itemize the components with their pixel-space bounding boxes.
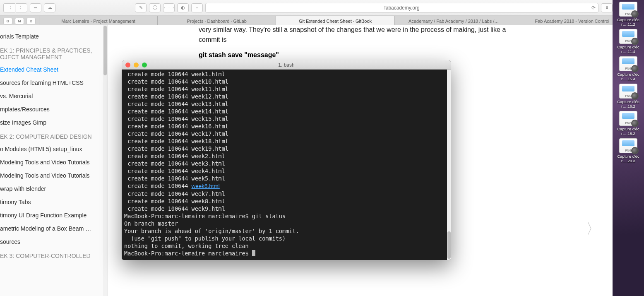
url-bar[interactable]: fabacademy.org ⟳ <box>205 3 598 13</box>
desktop-file[interactable]: PNGCapture d'écr….20.3 <box>614 138 642 163</box>
bookmark-g[interactable]: G <box>3 18 12 24</box>
zoom-button[interactable] <box>142 63 147 67</box>
next-page-arrow[interactable]: 〉 <box>586 219 600 238</box>
sidebar-item[interactable]: sources <box>0 235 107 248</box>
png-screenshot-icon: PNG <box>619 111 637 126</box>
apps-button[interactable]: ⋮⋮⋮ <box>163 3 175 12</box>
close-button[interactable] <box>125 63 130 67</box>
gitbook-sidebar[interactable]: orials TemplateEK 1: PRINCIPLES & PRACTI… <box>0 25 108 296</box>
sidebar-item[interactable]: Modeling Tools and Video Tutorials <box>0 169 107 182</box>
png-screenshot-icon: PNG <box>619 138 637 153</box>
desktop-file[interactable]: PNGCapture d'écr….11.4 <box>614 29 642 54</box>
sidebar-item[interactable]: ametric Modeling of a Box Beam … <box>0 222 107 235</box>
terminal-window[interactable]: 1. bash create mode 100644 week1.html cr… <box>122 60 451 260</box>
terminal-scrollbar[interactable] <box>447 70 451 260</box>
safari-toolbar: 〈 〉 ☰ ☁︎ ✎ ⓘ ⋮⋮⋮ ◐ ≡ fabacademy.org ⟳ ⬇ … <box>0 0 644 16</box>
compose-button[interactable]: ✎ <box>135 3 147 12</box>
desktop-area[interactable]: PNGCapture d'écr….11.2PNGCapture d'écr….… <box>613 0 644 296</box>
sidebar-item[interactable]: sources for learning HTML+CSS <box>0 76 107 89</box>
article-heading: git stash save "message" <box>199 51 517 59</box>
minimize-button[interactable] <box>134 63 139 67</box>
sidebar-item[interactable]: vs. Mercurial <box>0 89 107 103</box>
png-screenshot-icon: PNG <box>619 56 637 71</box>
bookmark-m[interactable]: M <box>15 18 24 24</box>
terminal-body[interactable]: create mode 100644 week1.html create mod… <box>122 70 447 260</box>
png-screenshot-icon: PNG <box>619 84 637 99</box>
desktop-file[interactable]: PNGCapture d'écr….11.2 <box>614 2 642 26</box>
back-button[interactable]: 〈 <box>3 3 15 12</box>
downloads-button[interactable]: ⬇ <box>601 3 613 12</box>
reader-button[interactable]: ≡ <box>191 3 203 12</box>
desktop-file-name: Capture d'écr….15.4 <box>614 72 642 81</box>
desktop-file[interactable]: PNGCapture d'écr….16.2 <box>614 84 642 108</box>
sidebar-item[interactable]: Extended Cheat Sheet <box>0 63 107 76</box>
sidebar-scrollbar[interactable] <box>103 25 107 296</box>
sidebar-item[interactable]: Modeling Tools and Video Tutorials <box>0 156 107 169</box>
forward-button[interactable]: 〉 <box>16 3 27 12</box>
desktop-file-name: Capture d'écr….11.2 <box>614 17 642 26</box>
desktop-file-name: Capture d'écr….18.2 <box>614 127 642 136</box>
sidebar-heading: EK 3: COMPUTER-CONTROLLED <box>0 248 107 262</box>
desktop-file-name: Capture d'écr….20.3 <box>614 154 642 163</box>
timer-button[interactable]: ◐ <box>177 3 189 12</box>
sidebar-item[interactable]: timony UI Drag Function Example <box>0 209 107 222</box>
desktop-file-name: Capture d'écr….11.4 <box>614 45 642 54</box>
png-screenshot-icon: PNG <box>619 2 637 17</box>
desktop-file-name: Capture d'écr….16.2 <box>614 99 642 108</box>
sidebar-item[interactable]: orials Template <box>0 30 107 43</box>
sidebar-heading: EK 2: COMPUTER AIDED DESIGN <box>0 129 107 142</box>
terminal-title: 1. bash <box>278 62 294 68</box>
info-button[interactable]: ⓘ <box>149 3 161 12</box>
icloud-button[interactable]: ☁︎ <box>44 3 55 12</box>
sidebar-item[interactable]: timony Tabs <box>0 195 107 209</box>
desktop-file[interactable]: PNGCapture d'écr….15.4 <box>614 56 642 81</box>
sidebar-item[interactable]: o Modules (HTML5) setup_linux <box>0 142 107 156</box>
desktop-file[interactable]: PNGCapture d'écr….18.2 <box>614 111 642 136</box>
png-screenshot-icon: PNG <box>619 29 637 44</box>
terminal-titlebar[interactable]: 1. bash <box>122 60 451 70</box>
sidebar-heading: EK 1: PRINCIPLES & PRACTICES,OJECT MANAG… <box>0 43 107 63</box>
sidebar-item[interactable]: mplates/Resources <box>0 103 107 116</box>
sidebar-toggle-button[interactable]: ☰ <box>30 3 41 12</box>
article-paragraph: very similar way. They're still a snapsh… <box>199 25 517 45</box>
sidebar-item[interactable]: size Images Gimp <box>0 116 107 129</box>
terminal-link[interactable]: week6.html <box>192 183 220 189</box>
terminal-cursor <box>252 250 255 256</box>
bookmark-b[interactable]: B <box>26 18 36 24</box>
url-text: fabacademy.org <box>384 5 419 11</box>
reload-icon[interactable]: ⟳ <box>591 5 596 11</box>
sidebar-item[interactable]: wrap with Blender <box>0 182 107 195</box>
